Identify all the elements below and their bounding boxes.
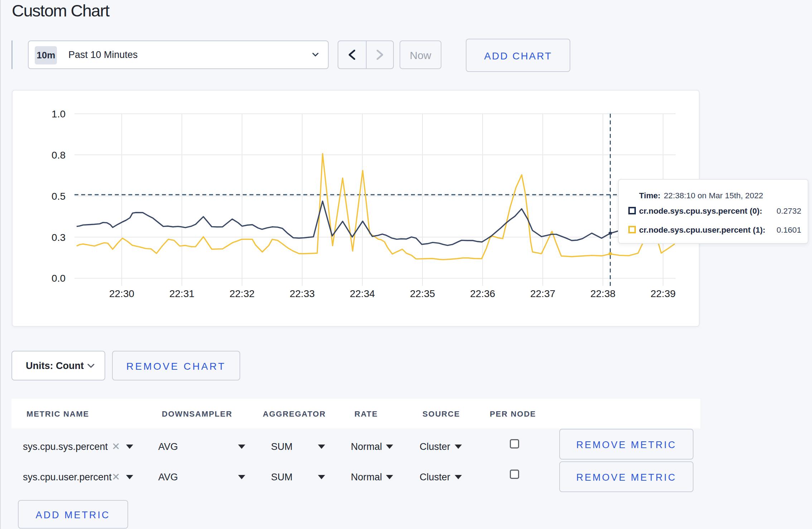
svg-text:0.3: 0.3 — [52, 232, 66, 243]
svg-text:1.0: 1.0 — [52, 108, 66, 119]
svg-text:0.5: 0.5 — [52, 190, 66, 202]
svg-text:22:37: 22:37 — [530, 288, 555, 299]
svg-text:22:30: 22:30 — [109, 288, 134, 299]
svg-text:22:32: 22:32 — [229, 288, 255, 299]
svg-text:0.8: 0.8 — [52, 149, 66, 160]
svg-text:22:34: 22:34 — [350, 288, 375, 299]
svg-text:22:39: 22:39 — [651, 288, 676, 299]
svg-text:0.0: 0.0 — [52, 273, 66, 284]
svg-text:22:35: 22:35 — [410, 288, 435, 299]
svg-text:22:31: 22:31 — [169, 288, 194, 299]
svg-text:22:33: 22:33 — [290, 288, 315, 299]
svg-text:22:36: 22:36 — [470, 288, 495, 299]
svg-text:22:38: 22:38 — [590, 288, 615, 299]
